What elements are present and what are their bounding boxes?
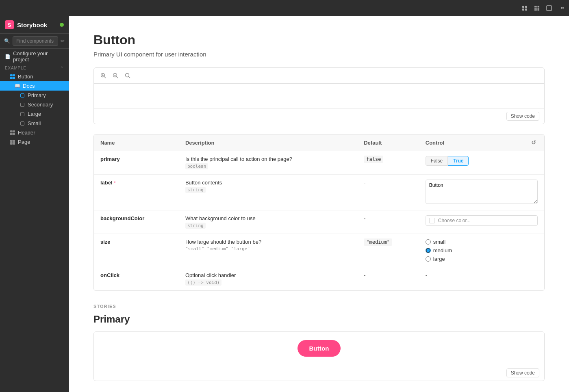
svg-line-19 — [117, 77, 118, 78]
component-icon — [10, 74, 15, 80]
preview-box-primary: Button Show code — [93, 331, 545, 381]
svg-rect-9 — [538, 7, 539, 9]
prop-default-onclick: - — [364, 272, 365, 278]
prop-type-bgcolor: string — [185, 223, 206, 229]
example-label: EXAMPLE — [5, 66, 26, 70]
book-icon: 📖 — [15, 83, 20, 89]
prop-desc-label: Button contents — [185, 180, 222, 186]
prop-type-label: string — [185, 187, 206, 193]
prop-default-bgcolor: - — [364, 215, 365, 221]
col-header-default: Default — [357, 134, 419, 151]
story-icon-large — [20, 111, 25, 117]
radio-large[interactable]: large — [426, 256, 538, 262]
demo-button-primary[interactable]: Button — [298, 340, 340, 357]
svg-rect-3 — [525, 9, 527, 11]
sidebar-large-label: Large — [28, 111, 41, 117]
sidebar-search[interactable]: 🔍 ✏ — [0, 34, 69, 49]
toggle-true-btn[interactable]: True — [448, 156, 469, 166]
svg-rect-5 — [536, 6, 538, 7]
label-textarea[interactable]: Button — [426, 180, 538, 204]
toggle-false-btn[interactable]: False — [426, 156, 448, 166]
color-placeholder: Choose color... — [438, 218, 471, 223]
table-row-backgroundcolor: backgroundColor What background color to… — [94, 210, 544, 234]
prop-desc-onclick: Optional click handler — [185, 272, 236, 278]
edit-icon[interactable]: ✏ — [61, 38, 65, 44]
sidebar-item-large[interactable]: Large — [0, 109, 69, 119]
show-code-btn-top[interactable]: Show code — [506, 112, 539, 121]
preview-area-primary: Button — [94, 332, 544, 365]
svg-rect-1 — [525, 6, 527, 8]
sidebar-item-docs[interactable]: 📖 Docs — [0, 81, 69, 91]
preview-footer-top: Show code — [94, 108, 544, 124]
search-input[interactable] — [13, 36, 58, 46]
color-swatch — [429, 218, 435, 223]
sidebar-item-header[interactable]: Header — [0, 128, 69, 137]
show-code-btn-primary[interactable]: Show code — [506, 368, 539, 377]
svg-rect-12 — [538, 9, 539, 11]
radio-medium[interactable]: medium — [426, 247, 538, 253]
svg-rect-2 — [522, 9, 524, 11]
svg-rect-11 — [536, 9, 538, 11]
sidebar-button-label: Button — [18, 74, 33, 80]
example-group-header: EXAMPLE ⌃ — [0, 64, 69, 72]
status-dot — [60, 23, 64, 27]
args-table: Name Description Default Control ↺ prima… — [93, 134, 545, 291]
sidebar: S Storybook 🔍 ✏ 📄 Configure your project… — [0, 16, 69, 392]
prop-desc-primary: Is this the principal call to action on … — [185, 156, 292, 162]
sidebar-primary-label: Primary — [28, 92, 46, 98]
table-row-label: label * Button contents string - Button — [94, 175, 544, 210]
grid-2-icon[interactable] — [520, 3, 530, 13]
sidebar-item-page[interactable]: Page — [0, 137, 69, 147]
prop-name-onclick: onClick — [100, 272, 119, 278]
zoom-reset-btn[interactable] — [123, 71, 132, 80]
sidebar-logo: S Storybook — [0, 16, 69, 34]
sidebar-item-button[interactable]: Button — [0, 72, 69, 81]
story-icon-primary — [20, 93, 25, 98]
sidebar-item-small[interactable]: Small — [0, 119, 69, 128]
sidebar-item-secondary[interactable]: Secondary — [0, 100, 69, 109]
col-header-control: Control ↺ — [419, 134, 544, 151]
configure-project-item[interactable]: 📄 Configure your project — [0, 49, 69, 64]
sidebar-header-label: Header — [18, 130, 35, 136]
page-subtitle: Primary UI component for user interactio… — [93, 51, 545, 58]
prop-name-label: label — [100, 180, 113, 186]
preview-box-top: Show code — [93, 67, 545, 124]
color-control-bgcolor[interactable]: Choose color... — [426, 215, 538, 226]
story-title-primary: Primary — [93, 314, 545, 325]
svg-rect-8 — [536, 7, 538, 9]
fullscreen-icon[interactable] — [544, 3, 554, 13]
radio-group-size: small medium large — [426, 239, 538, 262]
sidebar-small-label: Small — [28, 120, 41, 126]
radio-small[interactable]: small — [426, 239, 538, 245]
sidebar-docs-label: Docs — [23, 83, 35, 89]
grid-4-icon[interactable] — [532, 3, 542, 13]
zoom-out-btn[interactable] — [111, 71, 120, 80]
zoom-in-btn[interactable] — [99, 71, 108, 80]
preview-footer-primary: Show code — [94, 365, 544, 381]
prop-name-primary: primary — [100, 156, 120, 162]
prop-desc-bgcolor: What background color to use — [185, 215, 256, 221]
expand-icon[interactable]: ⇔ — [560, 5, 564, 11]
prop-name-size: size — [100, 239, 111, 245]
story-icon-small — [20, 121, 25, 126]
layout: S Storybook 🔍 ✏ 📄 Configure your project… — [0, 16, 569, 392]
svg-rect-6 — [538, 6, 539, 7]
stories-label: STORIES — [93, 304, 545, 309]
story-icon-secondary — [20, 102, 25, 108]
topbar: ⇔ — [0, 0, 569, 16]
page-title: Button — [93, 32, 545, 48]
sidebar-item-primary[interactable]: Primary — [0, 91, 69, 100]
svg-rect-10 — [534, 9, 536, 11]
svg-rect-13 — [547, 6, 552, 11]
svg-rect-7 — [534, 7, 536, 9]
reset-controls-btn[interactable]: ↺ — [530, 139, 538, 147]
component-icon-header — [10, 130, 15, 136]
col-header-description: Description — [179, 134, 357, 151]
topbar-icons — [520, 3, 554, 13]
preview-area-empty — [94, 84, 544, 108]
prop-default-size: "medium" — [364, 238, 392, 246]
chevron-up-icon[interactable]: ⌃ — [60, 66, 64, 70]
svg-line-15 — [104, 77, 106, 78]
configure-label: Configure your project — [13, 50, 64, 63]
toggle-control-primary[interactable]: False True — [426, 156, 538, 166]
